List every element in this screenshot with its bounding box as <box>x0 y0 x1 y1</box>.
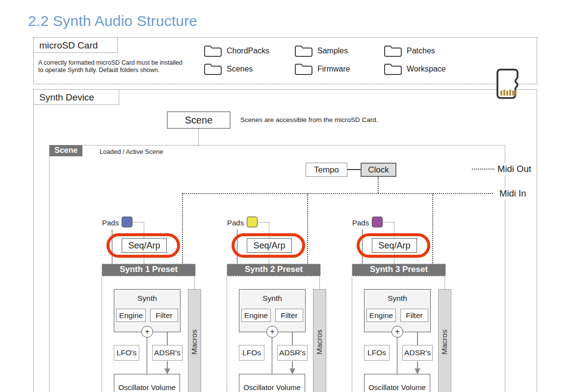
scene-box: Scene <box>167 111 231 129</box>
synth-device-panel-label: Synth Device <box>33 89 119 105</box>
microsd-caption: A correctly formatted microSD Card must … <box>38 59 182 74</box>
pads-label: Pads <box>227 219 244 227</box>
folder-item: Workspace <box>384 63 446 75</box>
preset-bar: Synth 2 Preset <box>227 264 321 276</box>
folder-icon <box>294 45 313 57</box>
midi-drop-line <box>182 194 183 264</box>
oscillator-volume-box: Oscillator Volume <box>114 374 180 392</box>
lfo-box: LFO's <box>114 345 139 361</box>
macros-bar: Macros <box>188 289 201 392</box>
folder-item: Firmware <box>294 63 350 75</box>
midi-drop-line <box>307 194 308 264</box>
midi-in-label: Midi In <box>497 188 529 200</box>
midi-drop-line <box>432 194 433 264</box>
synth-chain-3: Pads Seq/Arp Synth 3 Preset Synth Engine… <box>351 216 454 392</box>
synth-audio-structure-page: 2.2 Synth Audio Structure microSD Card A… <box>0 0 572 392</box>
folder-item: Samples <box>294 45 348 57</box>
chain-border-left <box>352 265 352 392</box>
filter-box: Filter <box>150 309 178 322</box>
midi-in-line <box>182 193 493 194</box>
clock-midi-connector-line <box>378 177 379 193</box>
seq-arp-highlight-ring <box>106 233 180 258</box>
chain-border-left <box>102 265 102 392</box>
preset-bar: Synth 3 Preset <box>352 264 446 276</box>
folder-item: Patches <box>384 45 435 57</box>
pads-label: Pads <box>102 219 119 227</box>
folder-icon <box>204 63 222 75</box>
chain-border-left <box>227 265 227 392</box>
pad-connector-line <box>133 222 144 222</box>
pad-color-swatch <box>247 217 258 227</box>
scene-tag: Scene <box>50 145 82 156</box>
folder-item: Scenes <box>204 63 253 75</box>
mix-volume-line <box>272 338 272 374</box>
microsd-card-panel-label: microSD Card <box>33 37 118 53</box>
folder-label: Scenes <box>227 63 253 75</box>
microsd-card-icon <box>494 68 523 101</box>
lfo-box: LFOs <box>364 345 390 361</box>
scene-connector-line <box>198 129 199 146</box>
filter-box: Filter <box>400 309 428 322</box>
folder-label: ChordPacks <box>227 45 269 57</box>
mix-volume-line <box>147 338 147 374</box>
folder-label: Workspace <box>407 63 446 75</box>
synth-title: Synth <box>239 294 305 303</box>
pad-connector-line <box>383 222 394 222</box>
folder-label: Firmware <box>317 63 350 75</box>
synth-title: Synth <box>114 294 180 303</box>
adsr-box: ADSR's <box>277 345 308 361</box>
oscillator-volume-box: Oscillator Volume <box>364 374 430 392</box>
folder-icon <box>384 63 402 75</box>
macros-bar: Macros <box>438 289 451 392</box>
scene-tag-caption: Loaded / Active Scene <box>100 148 163 155</box>
macros-label: Macros <box>190 329 199 354</box>
synth-chain-2: Pads Seq/Arp Synth 2 Preset Synth Engine… <box>226 216 329 392</box>
seq-arp-highlight-ring <box>357 233 430 258</box>
filter-box: Filter <box>275 309 303 322</box>
scene-caption: Scenes are accessible from the microSD C… <box>240 116 378 123</box>
synth-title: Synth <box>364 294 430 303</box>
lfo-box: LFOs <box>239 345 264 361</box>
macros-label: Macros <box>315 329 324 354</box>
folder-icon <box>384 45 402 57</box>
microsd-caption-line1: A correctly formatted microSD Card must … <box>38 59 182 66</box>
folder-label: Patches <box>407 45 435 57</box>
mix-circle: + <box>141 326 153 338</box>
page-title: 2.2 Synth Audio Structure <box>28 13 197 29</box>
clock-box: Clock <box>361 163 396 177</box>
oscillator-volume-box: Oscillator Volume <box>239 374 305 392</box>
tempo-box: Tempo <box>306 163 347 177</box>
pad-color-swatch <box>372 217 383 227</box>
seq-arp-highlight-ring <box>232 233 305 258</box>
preset-bar: Synth 1 Preset <box>102 264 196 276</box>
macros-label: Macros <box>441 329 449 354</box>
folder-label: Samples <box>317 45 348 57</box>
pads-label: Pads <box>352 219 369 227</box>
pad-color-swatch <box>122 217 132 227</box>
pad-connector-line <box>258 222 269 222</box>
engine-box: Engine <box>366 309 396 322</box>
midi-out-label: Midi Out <box>495 164 534 175</box>
engine-box: Engine <box>241 309 271 322</box>
tempo-clock-link-line <box>347 169 361 170</box>
macros-bar: Macros <box>313 289 326 392</box>
folder-icon <box>294 63 313 75</box>
mix-circle: + <box>391 326 403 338</box>
folder-icon <box>204 45 222 57</box>
folder-item: ChordPacks <box>204 45 269 57</box>
engine-box: Engine <box>116 309 146 322</box>
mix-volume-line <box>397 338 397 374</box>
adsr-box: ADSR's <box>152 345 182 361</box>
adsr-box: ADSR's <box>402 345 433 361</box>
synth-chain-1: Pads Seq/Arp Synth 1 Preset Synth Engine… <box>101 216 204 392</box>
microsd-caption-line2: to operate Synth fully. Default folders … <box>38 67 159 74</box>
midi-out-line <box>472 169 494 170</box>
mix-circle: + <box>266 326 278 338</box>
